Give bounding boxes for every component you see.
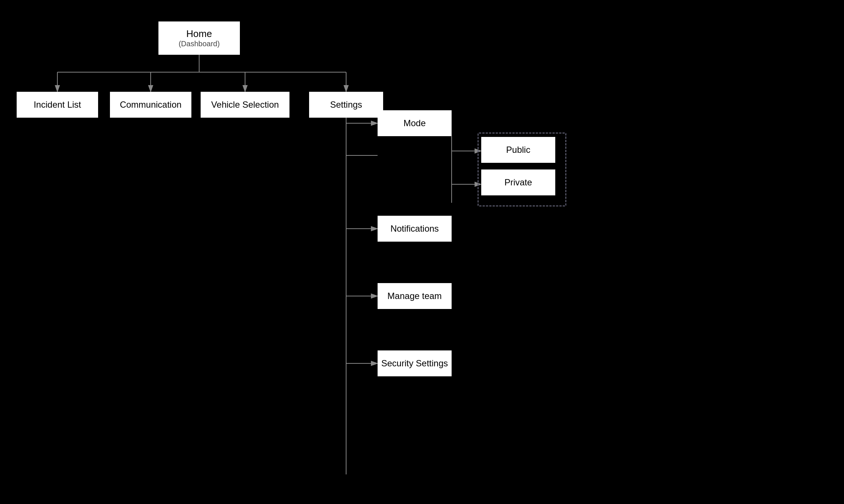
root-title: Home	[186, 28, 212, 40]
connector-lines	[0, 0, 844, 504]
private-node: Private	[481, 169, 555, 195]
public-label: Public	[506, 145, 530, 155]
private-label: Private	[505, 177, 532, 188]
root-subtitle: (Dashboard)	[178, 40, 220, 48]
manage-team-node: Manage team	[378, 283, 452, 309]
incident-list-label: Incident List	[34, 100, 81, 110]
security-settings-node: Security Settings	[378, 350, 452, 376]
incident-list-node: Incident List	[17, 92, 98, 118]
public-node: Public	[481, 137, 555, 163]
settings-label: Settings	[330, 100, 362, 110]
security-settings-label: Security Settings	[381, 358, 448, 369]
root-node: Home (Dashboard)	[158, 21, 240, 55]
diagram: Home (Dashboard) Incident List Communica…	[0, 0, 844, 504]
vehicle-selection-node: Vehicle Selection	[201, 92, 289, 118]
vehicle-selection-label: Vehicle Selection	[211, 100, 279, 110]
notifications-node: Notifications	[378, 216, 452, 242]
communication-label: Communication	[120, 100, 182, 110]
settings-node: Settings	[309, 92, 383, 118]
communication-node: Communication	[110, 92, 191, 118]
notifications-label: Notifications	[391, 224, 439, 234]
manage-team-label: Manage team	[388, 291, 442, 301]
mode-label: Mode	[403, 118, 426, 128]
mode-node: Mode	[378, 110, 452, 136]
